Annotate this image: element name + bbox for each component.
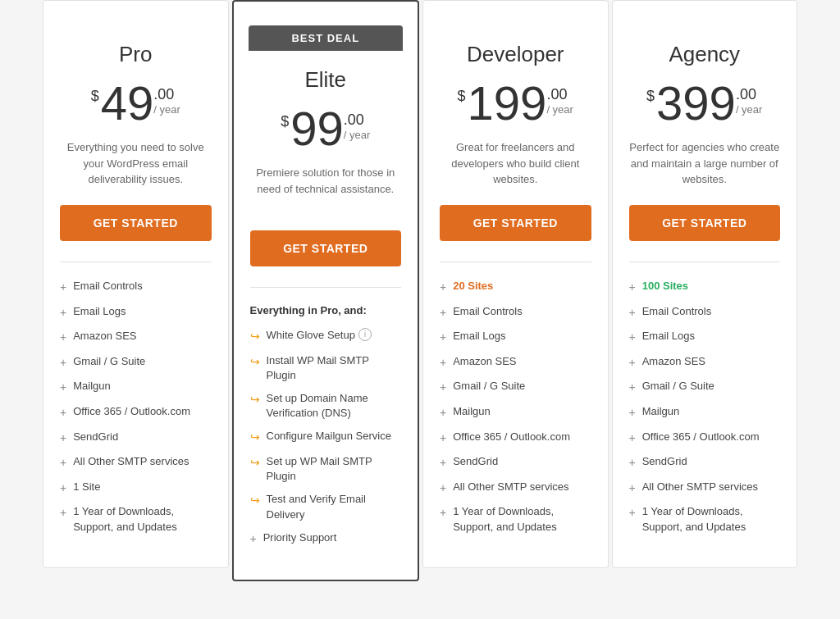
price-year-pro: / year <box>153 103 180 116</box>
plus-icon: + <box>629 280 636 296</box>
get-started-button-elite[interactable]: GET STARTED <box>250 230 402 266</box>
feature-item: +Email Logs <box>440 329 591 346</box>
price-main-agency: 399 <box>656 80 736 127</box>
price-cents-pro: .00 <box>153 86 180 103</box>
feature-text: Office 365 / Outlook.com <box>453 430 570 444</box>
plan-card-elite: BEST DEALElite $ 99 .00 / year Premiere … <box>232 0 420 581</box>
features-intro-elite: Everything in Pro, and: <box>250 304 402 316</box>
feature-text: Email Controls <box>73 279 143 294</box>
arrow-icon: ↪ <box>250 455 260 471</box>
feature-text: Priority Support <box>263 530 337 545</box>
feature-text: SendGrid <box>73 430 118 444</box>
features-divider-agency <box>629 262 781 262</box>
feature-text: Amazon SES <box>453 354 516 369</box>
feature-text-highlight: 100 Sites <box>642 279 688 294</box>
arrow-icon: ↪ <box>250 354 260 371</box>
get-started-button-developer[interactable]: GET STARTED <box>440 205 591 241</box>
feature-text-highlight: 20 Sites <box>453 279 493 294</box>
plus-icon: + <box>440 405 446 421</box>
plus-icon: + <box>60 280 66 296</box>
feature-item: +Mailgun <box>629 404 781 421</box>
feature-item: +Office 365 / Outlook.com <box>60 404 212 421</box>
price-dollar-developer: $ <box>458 88 466 105</box>
feature-text: Test and Verify Email Delivery <box>267 492 402 521</box>
feature-item: ↪Configure Mailgun Service <box>250 429 402 446</box>
plus-icon: + <box>440 480 446 497</box>
feature-item: +20 Sites <box>440 279 591 296</box>
price-cents-year-pro: .00 / year <box>153 86 180 116</box>
plus-icon: + <box>440 280 446 296</box>
plan-card-agency: Agency $ 399 .00 / year Perfect for agen… <box>612 0 798 568</box>
plus-icon: + <box>440 305 446 321</box>
feature-text: Email Logs <box>73 304 126 319</box>
plus-icon: + <box>440 330 446 346</box>
feature-text: Gmail / G Suite <box>453 379 525 394</box>
feature-item: ↪Test and Verify Email Delivery <box>250 492 402 521</box>
price-main-elite: 99 <box>290 105 344 152</box>
price-row-agency: $ 399 .00 / year <box>629 80 781 127</box>
arrow-icon: ↪ <box>250 430 260 446</box>
feature-text: Mailgun <box>453 404 491 419</box>
plus-icon: + <box>629 380 636 396</box>
feature-item: +1 Year of Downloads, Support, and Updat… <box>440 504 591 534</box>
price-year-agency: / year <box>736 103 763 116</box>
feature-item: +Office 365 / Outlook.com <box>440 430 591 447</box>
feature-text: Email Controls <box>453 304 523 319</box>
price-cents-year-elite: .00 / year <box>344 112 371 141</box>
feature-item: +Email Controls <box>440 304 591 321</box>
feature-item: ↪Set up WP Mail SMTP Plugin <box>250 454 402 484</box>
pricing-container: Pro $ 49 .00 / year Everything you need … <box>0 0 840 581</box>
feature-text: Mailgun <box>73 379 111 394</box>
plus-icon: + <box>60 505 66 521</box>
plus-icon: + <box>440 430 446 447</box>
arrow-icon: ↪ <box>250 329 260 345</box>
get-started-button-agency[interactable]: GET STARTED <box>629 205 781 241</box>
plan-desc-agency: Perfect for agencies who create and main… <box>629 139 781 189</box>
plan-desc-developer: Great for freelancers and developers who… <box>440 139 591 189</box>
features-divider-elite <box>250 287 402 288</box>
best-deal-banner: BEST DEAL <box>249 25 404 51</box>
plus-icon: + <box>440 505 446 521</box>
feature-text: Install WP Mail SMTP Plugin <box>267 353 402 383</box>
feature-item: +Email Logs <box>629 329 781 346</box>
features-list-agency: +100 Sites+Email Controls+Email Logs+Ama… <box>629 279 781 535</box>
plus-icon: + <box>60 480 66 497</box>
price-cents-year-developer: .00 / year <box>546 86 573 116</box>
plan-card-pro: Pro $ 49 .00 / year Everything you need … <box>43 0 229 568</box>
plus-icon: + <box>60 455 66 471</box>
features-list-pro: +Email Controls+Email Logs+Amazon SES+Gm… <box>60 279 212 535</box>
feature-text: Configure Mailgun Service <box>267 429 391 444</box>
feature-text: 1 Year of Downloads, Support, and Update… <box>73 504 211 534</box>
plus-icon: + <box>629 305 636 321</box>
plan-name-agency: Agency <box>629 42 781 67</box>
info-icon[interactable]: i <box>358 328 372 341</box>
feature-item: +All Other SMTP services <box>60 454 212 471</box>
feature-item: +Gmail / G Suite <box>60 354 212 371</box>
price-row-elite: $ 99 .00 / year <box>250 105 402 152</box>
plus-icon: + <box>60 380 66 396</box>
plus-icon: + <box>629 455 636 471</box>
feature-text: Amazon SES <box>642 354 705 369</box>
price-dollar-elite: $ <box>281 113 289 130</box>
plus-icon: + <box>629 430 636 447</box>
price-cents-year-agency: .00 / year <box>736 86 763 116</box>
plus-icon: + <box>60 330 66 346</box>
arrow-icon: ↪ <box>250 392 260 408</box>
feature-item: +Mailgun <box>60 379 212 396</box>
feature-item: +SendGrid <box>60 430 212 447</box>
feature-text: All Other SMTP services <box>453 480 568 494</box>
feature-item: +100 Sites <box>629 279 781 296</box>
plus-icon: + <box>629 330 636 346</box>
price-main-developer: 199 <box>468 80 547 127</box>
feature-text: 1 Site <box>73 480 100 494</box>
feature-item: +Amazon SES <box>440 354 591 371</box>
feature-item: +Email Logs <box>60 304 212 321</box>
features-list-developer: +20 Sites+Email Controls+Email Logs+Amaz… <box>440 279 591 535</box>
plus-icon: + <box>629 405 636 421</box>
price-row-pro: $ 49 .00 / year <box>60 80 212 127</box>
plan-card-developer: Developer $ 199 .00 / year Great for fre… <box>422 0 609 568</box>
feature-text: 1 Year of Downloads, Support, and Update… <box>453 504 591 534</box>
get-started-button-pro[interactable]: GET STARTED <box>60 205 212 241</box>
price-cents-agency: .00 <box>736 86 763 103</box>
feature-item: +All Other SMTP services <box>629 480 781 497</box>
